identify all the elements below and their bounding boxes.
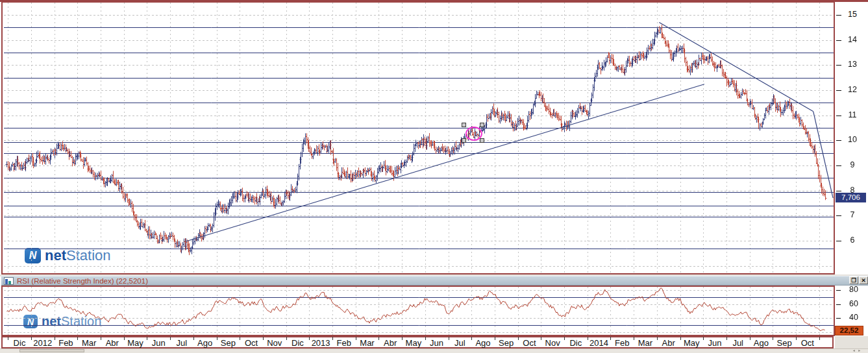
time-axis-tick <box>286 337 287 340</box>
price-axis-tick <box>836 165 841 166</box>
time-axis-label: Mar <box>638 338 652 348</box>
restore-panel-button[interactable]: ❐ <box>849 276 858 284</box>
price-axis-label: 15 <box>843 10 862 19</box>
time-axis-tick <box>495 337 495 340</box>
time-axis-label: Feb <box>337 338 351 348</box>
time-axis-tick <box>8 337 8 340</box>
selection-handle[interactable] <box>480 138 484 143</box>
time-axis-label: Mar <box>360 338 374 348</box>
time-axis-tick <box>750 337 750 340</box>
time-axis-tick <box>101 337 101 340</box>
time-axis-label: Nov <box>545 338 560 348</box>
time-axis-tick <box>170 337 171 340</box>
time-axis-label: Abr <box>106 338 119 348</box>
time-axis-tick <box>240 337 240 340</box>
price-axis-label: 8 <box>843 186 862 195</box>
time-axis-label: Sep <box>777 338 792 348</box>
time-axis-label: Jun <box>708 338 722 348</box>
rsi-value-badge: 22,52 <box>835 326 863 335</box>
time-axis-label: 2014 <box>589 338 608 348</box>
time-axis-label: Feb <box>58 338 73 348</box>
time-axis-tick <box>773 337 773 340</box>
time-axis-tick <box>124 337 125 340</box>
rsi-axis-tick <box>836 318 841 319</box>
time-axis-label: Ago <box>197 338 212 348</box>
indicator-chart-icon <box>4 277 14 285</box>
price-axis-label: 12 <box>843 85 862 94</box>
time-axis-label: Dic <box>14 338 26 348</box>
time-axis-tick <box>726 337 727 340</box>
time-axis-label: 2012 <box>33 338 52 348</box>
time-axis-tick <box>31 337 32 340</box>
time-axis-tick <box>680 337 681 340</box>
time-axis-label: Oct <box>245 338 258 348</box>
time-axis-tick <box>564 337 565 340</box>
time-axis-label: Oct <box>801 338 814 348</box>
close-panel-button[interactable]: ✕ <box>859 276 868 284</box>
price-axis-tick <box>836 40 841 41</box>
price-axis-tick <box>836 215 841 216</box>
time-axis-label: Dic <box>569 338 582 348</box>
price-axis-tick <box>836 116 841 116</box>
axis-corner <box>835 336 868 348</box>
time-axis-tick <box>263 337 264 340</box>
scrollbar-thumb[interactable] <box>19 349 84 352</box>
time-axis-label: Jun <box>152 338 166 348</box>
time-axis-tick <box>703 337 704 340</box>
time-axis-tick <box>518 337 519 340</box>
time-axis-label: May <box>684 338 700 348</box>
time-axis-label: Oct <box>523 338 536 348</box>
price-axis-label: 6 <box>843 236 862 245</box>
horizontal-scrollbar[interactable] <box>0 348 868 353</box>
time-axis-label: Ago <box>754 338 769 348</box>
scrollbar-grip-icon[interactable]: ◂ ▸ <box>847 348 868 353</box>
time-axis-label: Nov <box>267 338 282 348</box>
time-axis-tick <box>147 337 147 340</box>
price-axis-label: 13 <box>843 60 862 69</box>
time-axis-label: Jul <box>454 338 465 348</box>
time-axis-label: Jun <box>430 338 443 348</box>
time-axis-label: 2013 <box>312 338 330 348</box>
price-axis-tick <box>836 65 841 66</box>
selection-handle[interactable] <box>480 123 484 127</box>
time-axis-label: Feb <box>615 338 629 348</box>
price-axis-tick <box>836 241 841 241</box>
price-axis-label: 14 <box>843 35 862 44</box>
price-axis-tick <box>836 90 841 91</box>
time-axis-tick <box>77 337 78 340</box>
price-axis-tick <box>836 15 841 16</box>
time-axis-label: May <box>127 338 143 348</box>
time-axis-label: Sep <box>221 338 236 348</box>
time-axis-label: Abr <box>384 338 397 348</box>
time-axis-tick <box>471 337 472 340</box>
price-axis-tick <box>836 191 841 191</box>
time-axis-tick <box>309 337 310 340</box>
selection-handle[interactable] <box>462 123 466 127</box>
time-axis-tick <box>796 337 797 340</box>
rsi-panel-title: RSI (Relative Strength Index) (22,5201) <box>17 277 148 285</box>
time-axis-tick <box>541 337 541 340</box>
price-axis-label: 10 <box>843 135 862 144</box>
selection-handle[interactable] <box>462 138 466 143</box>
rsi-axis-label: 40 <box>844 313 863 322</box>
rsi-panel-header[interactable]: RSI (Relative Strength Index) (22,5201) <box>1 276 868 286</box>
time-axis-tick <box>378 337 379 340</box>
time-axis-tick <box>634 337 634 340</box>
time-axis-tick <box>819 337 820 340</box>
time-axis-tick <box>332 337 333 340</box>
time-axis-label: Jul <box>732 338 743 348</box>
time-axis-tick <box>449 337 449 340</box>
price-axis-tick <box>836 140 841 141</box>
time-axis-tick <box>55 337 55 340</box>
time-axis-label: Abr <box>662 338 675 348</box>
price-axis-label: 9 <box>843 160 862 169</box>
time-axis-tick <box>610 337 611 340</box>
rsi-axis-label: 60 <box>844 299 863 308</box>
time-axis-label: Sep <box>499 338 514 348</box>
rsi-panel-frame <box>1 286 835 336</box>
time-axis-label: Ago <box>475 338 490 348</box>
rsi-axis-label: 80 <box>844 285 863 294</box>
time-axis-tick <box>217 337 217 340</box>
price-axis-label: 11 <box>843 110 862 119</box>
time-axis-tick <box>425 337 426 340</box>
